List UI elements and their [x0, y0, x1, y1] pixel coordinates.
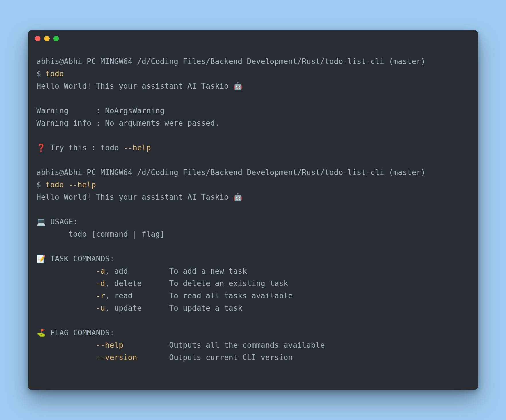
- prompt-line-1: abhis@Abhi-PC MINGW64 /d/Coding Files/Ba…: [36, 57, 425, 66]
- try-flag: --help: [124, 143, 151, 152]
- cmd-name: update: [114, 304, 142, 312]
- cmd-desc: To update a task: [169, 304, 242, 312]
- cmd-flag: --help: [96, 341, 123, 349]
- command-2-flag: --help: [69, 180, 96, 189]
- maximize-icon[interactable]: [53, 36, 59, 41]
- flag-command-row: --help Outputs all the commands availabl…: [36, 341, 325, 349]
- cmd-flag: -a: [96, 267, 105, 275]
- cmd-flag: --version: [96, 353, 137, 362]
- cmd-flag: -d: [96, 279, 105, 288]
- prompt-symbol-2: $: [36, 180, 46, 189]
- task-command-row: -u, update To update a task: [36, 304, 242, 312]
- cmd-name: delete: [114, 279, 142, 288]
- greeting-output: Hello World! This your assistant AI Task…: [36, 82, 242, 90]
- warning-line: Warning : NoArgsWarning: [36, 106, 165, 115]
- minimize-icon[interactable]: [44, 36, 50, 41]
- cmd-name: read: [114, 291, 133, 300]
- cmd-flag: -r: [96, 291, 105, 300]
- prompt-line-2: abhis@Abhi-PC MINGW64 /d/Coding Files/Ba…: [36, 168, 425, 177]
- try-this-line: ❓ Try this : todo --help: [36, 143, 151, 152]
- task-commands-header: 📝 TASK COMMANDS:: [36, 254, 114, 263]
- task-command-row: -r, read To read all tasks available: [36, 291, 293, 300]
- cmd-desc: Outputs all the commands available: [169, 341, 325, 349]
- window-titlebar: [28, 30, 478, 47]
- command-1: todo: [46, 69, 64, 78]
- warning-info-line: Warning info : No arguments were passed.: [36, 119, 219, 127]
- flag-command-row: --version Outputs current CLI version: [36, 353, 293, 362]
- task-command-row: -d, delete To delete an existing task: [36, 279, 288, 288]
- cmd-desc: Outputs current CLI version: [169, 353, 293, 362]
- cmd-name: add: [114, 267, 128, 275]
- cmd-desc: To delete an existing task: [169, 279, 288, 288]
- greeting-output-2: Hello World! This your assistant AI Task…: [36, 193, 242, 201]
- close-icon[interactable]: [35, 36, 40, 41]
- cmd-desc: To add a new task: [169, 267, 247, 275]
- task-command-row: -a, add To add a new task: [36, 267, 247, 275]
- command-2: todo: [46, 180, 69, 189]
- terminal-window: abhis@Abhi-PC MINGW64 /d/Coding Files/Ba…: [28, 30, 478, 390]
- flag-commands-header: ⛳ FLAG COMMANDS:: [36, 328, 114, 337]
- usage-header: 💻 USAGE:: [36, 217, 78, 226]
- usage-line: todo [command | flag]: [36, 230, 165, 238]
- cmd-desc: To read all tasks available: [169, 291, 293, 300]
- terminal-body[interactable]: abhis@Abhi-PC MINGW64 /d/Coding Files/Ba…: [28, 47, 478, 390]
- question-mark-icon: ❓ Try this : todo: [36, 143, 124, 152]
- cmd-flag: -u: [96, 304, 105, 312]
- prompt-symbol: $: [36, 69, 46, 78]
